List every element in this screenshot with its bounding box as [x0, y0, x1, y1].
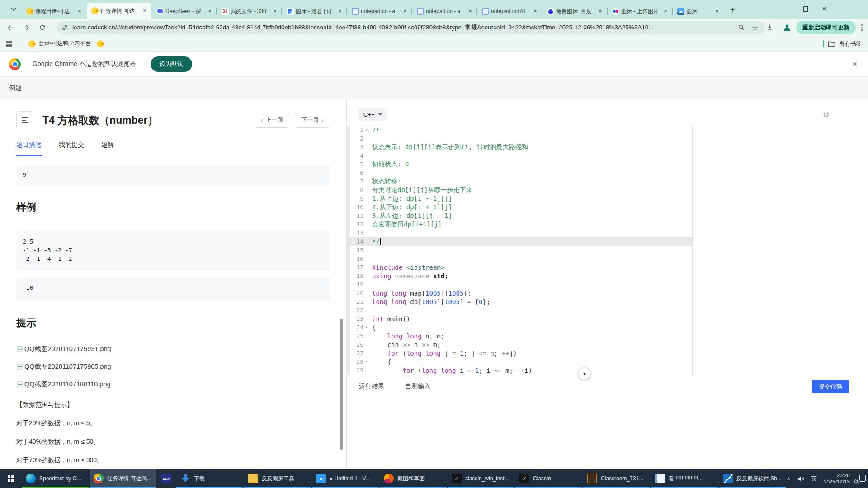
- taskbar-item-Speedtest-by-O-[interactable]: Speedtest by O...: [22, 469, 89, 488]
- code-editor[interactable]: 1▾/*23状态表示: dp[i][j]表示走到(i, j)时的最大路径和45初…: [347, 126, 692, 375]
- tab-close-icon[interactable]: ×: [401, 8, 409, 15]
- code-line[interactable]: 26 cin >> n >> m;: [347, 340, 692, 349]
- editor-settings-icon[interactable]: ⚙: [823, 110, 829, 119]
- browser-tab[interactable]: DeepSeek - 探×: [152, 4, 216, 19]
- bookmark-duck[interactable]: [94, 40, 107, 47]
- taskbar-item-下载[interactable]: 下载: [176, 469, 243, 488]
- code-line[interactable]: 91.从上边: dp[i - 1][j]: [347, 194, 692, 203]
- close-button[interactable]: ×: [820, 5, 828, 14]
- bookmark-star-icon[interactable]: ☆: [750, 22, 760, 33]
- browser-tab[interactable]: 课程目录-可达×: [22, 4, 86, 19]
- taskbar-item-截图和草图[interactable]: 截图和草图: [380, 469, 447, 488]
- code-line[interactable]: 23int main(): [347, 314, 692, 323]
- banner-close-icon[interactable]: ×: [850, 59, 860, 69]
- code-line[interactable]: 15: [347, 246, 692, 254]
- code-line[interactable]: 17#include <iostream>: [347, 263, 692, 272]
- code-line[interactable]: 3状态表示: dp[i][j]表示走到(i, j)时的最大路径和: [347, 143, 692, 151]
- restore-button[interactable]: [803, 6, 808, 12]
- taskbar-item-ClassIn[interactable]: ✓ClassIn: [515, 469, 582, 488]
- taskbar-item-反反截屏工具[interactable]: 反反截屏工具: [244, 469, 311, 488]
- back-button[interactable]: [4, 21, 16, 34]
- browser-tab[interactable]: 33我的文件 - 330×: [217, 4, 281, 19]
- browser-tab[interactable]: 图床 - 洛谷 | 讨×: [282, 4, 346, 19]
- code-line[interactable]: 20long long map[1005][1005];: [347, 289, 692, 297]
- collapse-editor-button[interactable]: ▼: [579, 368, 590, 380]
- code-line[interactable]: 1▾/*: [347, 126, 692, 134]
- tab-close-icon[interactable]: ×: [141, 7, 148, 14]
- new-tab-button[interactable]: +: [726, 4, 739, 16]
- taskbar-item-反反截屏软件-Sh-[interactable]: 反反截屏软件,Sh...: [719, 469, 786, 488]
- relaunch-update-button[interactable]: 重新启动即可更新: [796, 21, 856, 34]
- taskbar-item-任务详情-可达鸭-[interactable]: 任务详情-可达鸭...: [90, 469, 156, 488]
- forward-button[interactable]: [20, 21, 33, 34]
- submit-code-button[interactable]: 提交代码: [812, 380, 849, 393]
- url-text[interactable]: learn.coduck.cn/#/student/previewTask?id…: [72, 23, 733, 32]
- code-line[interactable]: 13: [347, 229, 692, 237]
- all-bookmarks-button[interactable]: 所有书签: [839, 40, 862, 48]
- fold-arrow-icon[interactable]: ▾: [363, 325, 369, 329]
- code-line[interactable]: 4: [347, 151, 692, 160]
- tab-close-icon[interactable]: ×: [206, 8, 213, 15]
- code-line[interactable]: 6: [347, 169, 692, 177]
- input-method-indicator[interactable]: 英: [811, 475, 817, 483]
- browser-tab[interactable]: notepad.cc - a×: [412, 4, 476, 19]
- browser-tab[interactable]: notepad.cc/78×: [477, 4, 542, 19]
- code-line[interactable]: 19: [347, 280, 692, 289]
- taskbar-item--Untitled-1-V-[interactable]: ‹›● Untitled-1 - V...: [312, 469, 379, 488]
- problem-tab-2[interactable]: 题解: [101, 141, 114, 156]
- address-bar[interactable]: learn.coduck.cn/#/student/previewTask?id…: [57, 21, 765, 34]
- code-line[interactable]: 2: [347, 134, 692, 143]
- code-line[interactable]: 21long long dp[1005][1005] = {0};: [347, 297, 692, 306]
- taskbar-item-classin_win_inst-[interactable]: ✓classin_win_inst...: [448, 469, 514, 488]
- browser-tab[interactable]: 免费图床_百度×: [542, 4, 607, 19]
- fold-arrow-icon[interactable]: ▾: [363, 360, 369, 364]
- tab-run-results[interactable]: 运行结果: [359, 382, 384, 390]
- problem-list-button[interactable]: [16, 111, 34, 129]
- reload-button[interactable]: [36, 21, 49, 34]
- code-line[interactable]: 25 long long n, m;: [347, 332, 692, 340]
- browser-tab[interactable]: notepad.cc - a×: [347, 4, 411, 19]
- code-line[interactable]: 27 for (long long j = 1; j <= n; ++j): [347, 349, 692, 357]
- code-line[interactable]: 8分类讨论dp[i][j]从哪一步走下来: [347, 186, 692, 194]
- tab-search-button[interactable]: [7, 3, 20, 16]
- code-line[interactable]: 113.从左边: dp[i][j - 1]: [347, 211, 692, 220]
- code-line[interactable]: 28▾ {: [347, 357, 692, 366]
- code-line[interactable]: 12会发现使用dp[i+1][j]: [347, 220, 692, 229]
- tab-close-icon[interactable]: ×: [597, 8, 604, 15]
- minimize-button[interactable]: —: [783, 5, 791, 13]
- code-line[interactable]: 18using namespace std;: [347, 272, 692, 280]
- code-line[interactable]: 16: [347, 254, 692, 263]
- problem-tab-0[interactable]: 题目描述: [16, 141, 42, 156]
- taskbar-clock[interactable]: 20:28 2025/12/13: [824, 472, 850, 485]
- code-line[interactable]: 5初始状态: 0: [347, 160, 692, 169]
- browser-menu-icon[interactable]: [859, 23, 864, 33]
- code-line[interactable]: 7状态转移:: [347, 177, 692, 186]
- apps-grid-icon[interactable]: [6, 41, 12, 47]
- tab-close-icon[interactable]: ×: [532, 8, 539, 15]
- taskbar-item-dev[interactable]: DEV: [157, 469, 175, 488]
- taskbar-item-Classroom_731-[interactable]: Classroom_731...: [583, 469, 650, 488]
- action-center-icon[interactable]: 3: [857, 474, 866, 483]
- code-line[interactable]: 24▾{: [347, 323, 692, 332]
- profile-avatar[interactable]: [782, 22, 793, 33]
- site-info-icon[interactable]: [61, 24, 69, 31]
- code-line[interactable]: 14*/: [347, 237, 692, 246]
- search-icon[interactable]: [736, 22, 747, 33]
- browser-tab[interactable]: 图床 - 上传图片×: [608, 4, 672, 19]
- problem-tab-1[interactable]: 我的提交: [59, 141, 84, 156]
- fold-arrow-icon[interactable]: ▾: [363, 128, 369, 132]
- code-line[interactable]: 29 for (long long i = 1; i <= m; ++i): [347, 366, 692, 375]
- set-default-button[interactable]: 设为默认: [151, 56, 192, 72]
- tab-close-icon[interactable]: ×: [662, 8, 669, 15]
- bookmark-login[interactable]: 登录-可达鸭学习平台: [26, 40, 94, 47]
- taskbar-item-看-[interactable]: 看!!!!!!!!!!!!!!!!...: [651, 469, 718, 488]
- next-problem-button[interactable]: 下一题 ›: [295, 113, 330, 128]
- code-line[interactable]: 22: [347, 306, 692, 314]
- tab-close-icon[interactable]: ×: [76, 8, 83, 15]
- tray-expand-icon[interactable]: ∧: [787, 476, 790, 482]
- tab-close-icon[interactable]: ×: [336, 8, 344, 15]
- volume-muted-icon[interactable]: [797, 475, 805, 482]
- tab-close-icon[interactable]: ×: [467, 8, 474, 15]
- prev-problem-button[interactable]: ‹ 上一题: [255, 113, 290, 128]
- problem-scrollbar[interactable]: [340, 319, 343, 450]
